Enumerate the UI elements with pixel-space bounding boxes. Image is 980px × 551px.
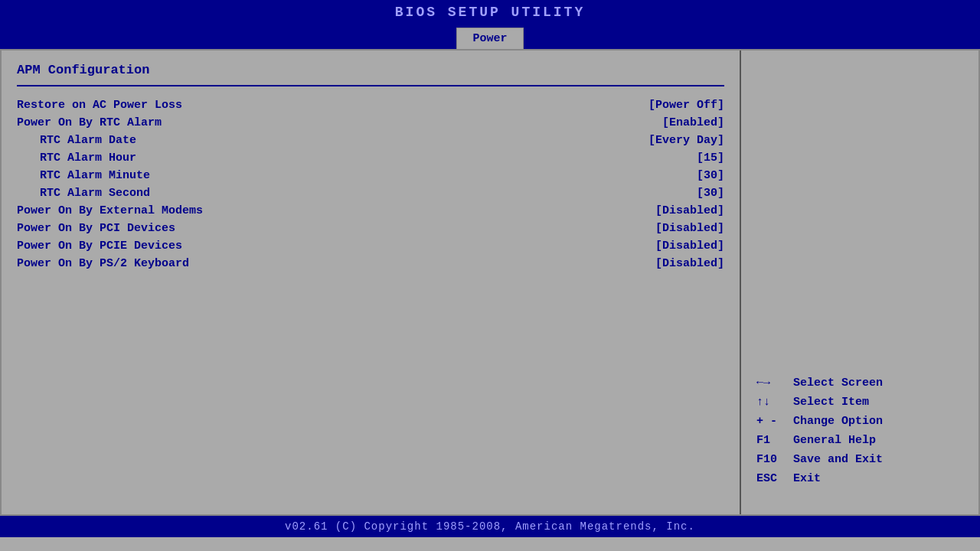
help-key-2: + - [756,415,784,428]
section-title: APM Configuration [17,63,724,77]
config-value-6: [Disabled] [655,204,724,217]
help-row-3: F1General Help [756,434,963,447]
config-label-6: Power On By External Modems [17,204,203,217]
help-key-3: F1 [756,434,784,447]
config-label-4: RTC Alarm Minute [17,169,150,182]
help-section: ←→Select Screen↑↓Select Item+ -Change Op… [756,377,963,491]
help-key-4: F10 [756,453,784,466]
help-desc-1: Select Item [793,396,869,409]
config-value-5: [30] [697,187,724,200]
help-key-0: ←→ [756,377,784,390]
help-row-4: F10Save and Exit [756,453,963,466]
help-row-2: + -Change Option [756,415,963,428]
config-row-2[interactable]: RTC Alarm Date[Every Day] [17,134,724,147]
left-panel: APM Configuration Restore on AC Power Lo… [2,51,741,514]
right-panel: ←→Select Screen↑↓Select Item+ -Change Op… [741,51,978,514]
config-value-8: [Disabled] [655,240,724,253]
footer: v02.61 (C) Copyright 1985-2008, American… [0,516,980,537]
config-row-3[interactable]: RTC Alarm Hour[15] [17,152,724,165]
help-desc-5: Exit [793,472,821,485]
app-title: BIOS SETUP UTILITY [395,5,585,20]
config-value-2: [Every Day] [648,134,724,147]
config-row-8[interactable]: Power On By PCIE Devices[Disabled] [17,240,724,253]
config-label-3: RTC Alarm Hour [17,152,136,165]
tab-power[interactable]: Power [456,28,523,49]
config-row-0[interactable]: Restore on AC Power Loss[Power Off] [17,99,724,112]
help-row-1: ↑↓Select Item [756,396,963,409]
config-value-4: [30] [697,169,724,182]
config-row-6[interactable]: Power On By External Modems[Disabled] [17,204,724,217]
help-row-5: ESCExit [756,472,963,485]
config-rows: Restore on AC Power Loss[Power Off]Power… [17,99,724,270]
help-desc-2: Change Option [793,415,883,428]
config-label-8: Power On By PCIE Devices [17,240,182,253]
help-key-1: ↑↓ [756,396,784,409]
config-value-1: [Enabled] [662,116,724,129]
config-label-1: Power On By RTC Alarm [17,116,162,129]
config-row-1[interactable]: Power On By RTC Alarm[Enabled] [17,116,724,129]
help-desc-4: Save and Exit [793,453,883,466]
config-label-9: Power On By PS/2 Keyboard [17,257,189,270]
config-row-5[interactable]: RTC Alarm Second[30] [17,187,724,200]
title-bar: BIOS SETUP UTILITY [0,0,980,24]
footer-text: v02.61 (C) Copyright 1985-2008, American… [285,520,695,533]
help-row-0: ←→Select Screen [756,377,963,390]
help-desc-0: Select Screen [793,377,883,390]
config-row-4[interactable]: RTC Alarm Minute[30] [17,169,724,182]
section-divider [17,85,724,86]
config-label-0: Restore on AC Power Loss [17,99,182,112]
nav-bar: Power [0,24,980,49]
config-row-7[interactable]: Power On By PCI Devices[Disabled] [17,222,724,235]
config-value-0: [Power Off] [648,99,724,112]
config-row-9[interactable]: Power On By PS/2 Keyboard[Disabled] [17,257,724,270]
help-key-5: ESC [756,472,784,485]
config-value-9: [Disabled] [655,257,724,270]
config-label-5: RTC Alarm Second [17,187,150,200]
main-area: APM Configuration Restore on AC Power Lo… [0,49,980,516]
config-label-7: Power On By PCI Devices [17,222,175,235]
config-label-2: RTC Alarm Date [17,134,136,147]
config-value-7: [Disabled] [655,222,724,235]
config-value-3: [15] [697,152,724,165]
help-desc-3: General Help [793,434,876,447]
